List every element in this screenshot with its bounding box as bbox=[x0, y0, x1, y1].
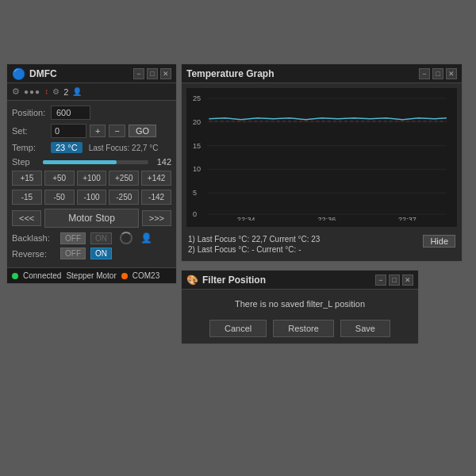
svg-text:5: 5 bbox=[193, 189, 197, 197]
toolbar-num: 2 bbox=[63, 87, 68, 97]
temp-value: 23 °C bbox=[51, 142, 83, 153]
set-input[interactable] bbox=[51, 124, 86, 138]
dmfc-title: DMFC bbox=[29, 68, 57, 79]
toolbar-icon2: ↕ bbox=[44, 87, 48, 96]
temp-title-left: Temperature Graph bbox=[186, 68, 274, 79]
motor-row: <<< Motor Stop >>> bbox=[12, 209, 171, 228]
dmfc-title-left: 🔵 DMFC bbox=[12, 67, 57, 80]
graph-notes: 1) Last Focus °C: 22,7 Current °C: 23 2)… bbox=[188, 235, 320, 254]
hide-button[interactable]: Hide bbox=[423, 235, 455, 248]
filter-save-button[interactable]: Save bbox=[340, 320, 390, 337]
svg-text:10: 10 bbox=[193, 165, 201, 173]
set-row: Set: + − GO bbox=[12, 124, 171, 138]
dmfc-title-bar: 🔵 DMFC − □ ✕ bbox=[7, 64, 176, 83]
filter-title-bar: 🎨 Filter Position − □ ✕ bbox=[182, 271, 418, 290]
spin-icon bbox=[120, 232, 132, 244]
svg-text:22:36: 22:36 bbox=[317, 216, 336, 221]
reverse-row: Reverse: OFF ON bbox=[12, 248, 171, 259]
step-slider[interactable] bbox=[43, 160, 148, 164]
temp-minimize-button[interactable]: − bbox=[419, 68, 430, 79]
set-minus-button[interactable]: − bbox=[109, 125, 125, 137]
com-label: COM23 bbox=[132, 271, 159, 280]
svg-text:25: 25 bbox=[193, 94, 201, 102]
dmfc-close-button[interactable]: ✕ bbox=[160, 68, 171, 79]
backlash-label: Backlash: bbox=[12, 233, 56, 243]
position-label: Position: bbox=[12, 108, 48, 117]
dmfc-icon: 🔵 bbox=[12, 67, 25, 80]
svg-text:15: 15 bbox=[193, 142, 201, 150]
dmfc-maximize-button[interactable]: □ bbox=[147, 68, 158, 79]
motor-stop-button[interactable]: Motor Stop bbox=[44, 209, 138, 228]
temperature-chart: 25 20 15 10 5 0 22:34 22:36 22:37 bbox=[193, 94, 451, 221]
set-label: Set: bbox=[12, 126, 48, 136]
minus-button-grid: -15 -50 -100 -250 -142 bbox=[12, 190, 171, 205]
set-plus-button[interactable]: + bbox=[90, 125, 106, 137]
graph-note2: 2) Last Focus °C: - Current °C: - bbox=[188, 245, 320, 254]
svg-text:20: 20 bbox=[193, 118, 201, 126]
filter-close-button[interactable]: ✕ bbox=[402, 274, 413, 286]
btn-minus15[interactable]: -15 bbox=[12, 190, 42, 205]
svg-text:22:37: 22:37 bbox=[398, 216, 416, 221]
backlash-off-button[interactable]: OFF bbox=[60, 232, 86, 244]
btn-minus50[interactable]: -50 bbox=[44, 190, 75, 205]
temp-close-button[interactable]: ✕ bbox=[446, 68, 457, 79]
reverse-label: Reverse: bbox=[12, 249, 56, 259]
svg-text:22:34: 22:34 bbox=[237, 216, 255, 221]
dmfc-window: 🔵 DMFC − □ ✕ ⚙ ●●● ↕ ⚙ 2 👤 Position: 600… bbox=[6, 63, 177, 284]
go-button[interactable]: GO bbox=[129, 125, 156, 137]
filter-maximize-button[interactable]: □ bbox=[389, 274, 400, 286]
temp-graph-window: Temperature Graph − □ ✕ 25 20 15 10 5 0 … bbox=[181, 63, 463, 262]
filter-restore-button[interactable]: Restore bbox=[273, 320, 334, 337]
reverse-on-button[interactable]: ON bbox=[90, 248, 112, 259]
step-label: Step bbox=[12, 157, 40, 167]
step-slider-fill bbox=[43, 160, 117, 164]
com-dot bbox=[121, 273, 128, 279]
backlash-on-button[interactable]: ON bbox=[90, 232, 112, 244]
backlash-row: Backlash: OFF ON 👤 bbox=[12, 232, 171, 244]
position-row: Position: 600 bbox=[12, 106, 171, 120]
btn-plus142[interactable]: +142 bbox=[141, 171, 171, 186]
btn-minus250[interactable]: -250 bbox=[109, 190, 139, 205]
reverse-off-button[interactable]: OFF bbox=[60, 248, 86, 259]
step-value: 142 bbox=[152, 157, 171, 167]
svg-text:0: 0 bbox=[193, 210, 197, 218]
filter-position-window: 🎨 Filter Position − □ ✕ There is no save… bbox=[181, 270, 419, 344]
btn-plus15[interactable]: +15 bbox=[12, 171, 42, 186]
temp-row: Temp: 23 °C Last Focus: 22,7 °C bbox=[12, 142, 171, 153]
filter-cancel-button[interactable]: Cancel bbox=[209, 320, 267, 337]
temp-title: Temperature Graph bbox=[186, 68, 274, 79]
temp-title-bar: Temperature Graph − □ ✕ bbox=[182, 64, 462, 83]
btn-plus50[interactable]: +50 bbox=[44, 171, 75, 186]
status-bar: Connected Stepper Motor COM23 bbox=[7, 267, 176, 283]
btn-right-arrow[interactable]: >>> bbox=[142, 210, 171, 226]
person-icon: 👤 bbox=[140, 232, 152, 244]
toolbar-icon3: ⚙ bbox=[52, 87, 60, 96]
toolbar-icon4: 👤 bbox=[72, 87, 82, 96]
filter-title-left: 🎨 Filter Position bbox=[186, 274, 266, 286]
temp-maximize-button[interactable]: □ bbox=[432, 68, 443, 79]
dmfc-minimize-button[interactable]: − bbox=[133, 68, 144, 79]
dmfc-body: Position: 600 Set: + − GO Temp: 23 °C La… bbox=[7, 101, 176, 267]
position-value: 600 bbox=[51, 106, 90, 120]
connected-dot bbox=[12, 273, 18, 279]
connected-label: Connected bbox=[23, 271, 61, 280]
filter-buttons: Cancel Restore Save bbox=[190, 320, 410, 337]
btn-minus100[interactable]: -100 bbox=[77, 190, 107, 205]
btn-plus100[interactable]: +100 bbox=[77, 171, 107, 186]
filter-controls: − □ ✕ bbox=[375, 274, 413, 286]
filter-title: Filter Position bbox=[202, 274, 266, 286]
filter-minimize-button[interactable]: − bbox=[375, 274, 386, 286]
graph-note1: 1) Last Focus °C: 22,7 Current °C: 23 bbox=[188, 235, 320, 244]
toolbar-icon1: ⚙ bbox=[12, 86, 20, 97]
filter-icon: 🎨 bbox=[186, 274, 198, 286]
temp-label: Temp: bbox=[12, 143, 48, 152]
stepper-label: Stepper Motor bbox=[66, 271, 116, 280]
filter-message: There is no saved filter_L position bbox=[190, 299, 410, 309]
graph-footer: 1) Last Focus °C: 22,7 Current °C: 23 2)… bbox=[182, 232, 462, 257]
step-row: Step 142 bbox=[12, 157, 171, 167]
btn-left-arrow[interactable]: <<< bbox=[12, 210, 41, 226]
btn-plus250[interactable]: +250 bbox=[109, 171, 139, 186]
btn-minus142[interactable]: -142 bbox=[141, 190, 171, 205]
toolbar-dots: ●●● bbox=[24, 87, 40, 96]
dmfc-controls: − □ ✕ bbox=[133, 68, 171, 79]
